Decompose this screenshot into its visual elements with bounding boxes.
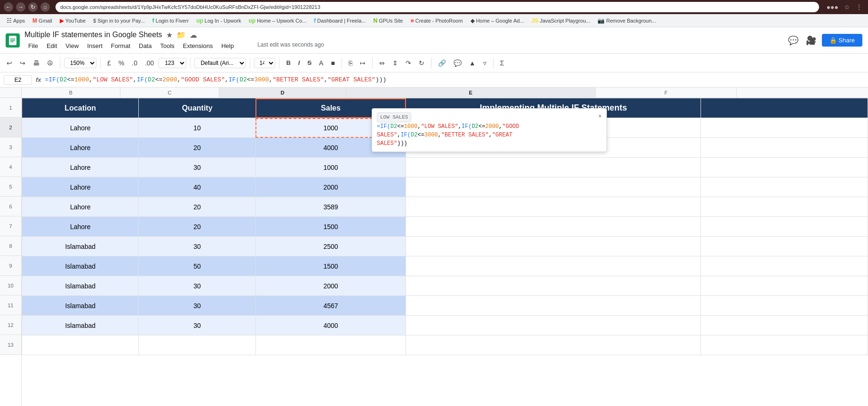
cell-e4[interactable] xyxy=(406,158,701,177)
share-button[interactable]: 🔒 Share xyxy=(822,34,862,47)
row-num-3[interactable]: 3 xyxy=(0,137,21,157)
cell-c12[interactable]: 30 xyxy=(139,316,255,335)
cell-c8[interactable]: 30 xyxy=(139,237,255,256)
row-num-10[interactable]: 10 xyxy=(0,276,21,295)
extensions-button[interactable]: ●●● xyxy=(825,2,840,12)
menu-view[interactable]: View xyxy=(62,41,82,50)
formula-content[interactable]: =IF(D2<=1000,"LOW SALES",IF(D2<=2000,"GO… xyxy=(45,76,864,83)
cell-d5[interactable]: 2000 xyxy=(255,177,406,197)
filter-button[interactable]: ▿ xyxy=(480,57,489,69)
paint-format-button[interactable]: ☮ xyxy=(44,57,56,69)
link-button[interactable]: 🔗 xyxy=(435,57,449,69)
chat-button[interactable]: 💬 xyxy=(786,33,800,48)
row-num-1[interactable]: 1 xyxy=(0,98,21,118)
row-num-11[interactable]: 11 xyxy=(0,295,21,315)
cell-f7[interactable] xyxy=(701,217,868,237)
cell-b13[interactable] xyxy=(22,335,139,355)
highlight-button[interactable]: ■ xyxy=(328,57,337,69)
cell-b8[interactable]: Islamabad xyxy=(22,237,139,256)
cell-reference-box[interactable] xyxy=(4,75,32,85)
cell-f11[interactable] xyxy=(701,296,868,316)
menu-help[interactable]: Help xyxy=(217,41,238,50)
cell-c3[interactable]: 20 xyxy=(139,138,255,158)
cell-b4[interactable]: Lahore xyxy=(22,158,139,177)
document-title[interactable]: Multiple IF statementes in Google Sheets xyxy=(24,31,162,39)
row-num-13[interactable]: 13 xyxy=(0,335,21,355)
bookmark-photoroom[interactable]: ■ Create - PhotoRoom xyxy=(408,16,466,25)
header-location[interactable]: Location xyxy=(22,98,139,118)
percent-button[interactable]: % xyxy=(116,57,127,69)
cell-f3[interactable] xyxy=(701,138,868,158)
cell-d9[interactable]: 1500 xyxy=(255,256,406,276)
italic-button[interactable]: I xyxy=(295,58,303,68)
cell-b12[interactable]: Islamabad xyxy=(22,316,139,335)
cell-b6[interactable]: Lahore xyxy=(22,197,139,217)
star-icon[interactable]: ★ xyxy=(166,31,173,40)
menu-edit[interactable]: Edit xyxy=(43,41,61,50)
col-header-d[interactable]: D xyxy=(219,88,346,97)
bookmark-upwork2[interactable]: up Home – Upwork Co... xyxy=(246,16,310,25)
nav-forward-button[interactable]: → xyxy=(16,2,25,12)
nav-reload-button[interactable]: ↻ xyxy=(28,2,38,12)
col-header-e[interactable]: E xyxy=(346,88,596,97)
cell-c2[interactable]: 10 xyxy=(139,118,255,138)
header-quantity[interactable]: Quantity xyxy=(139,98,255,118)
cell-e9[interactable] xyxy=(406,256,701,276)
cell-f10[interactable] xyxy=(701,276,868,296)
bookmark-upwork1[interactable]: up Log In - Upwork xyxy=(193,16,244,25)
cell-d13[interactable] xyxy=(255,335,406,355)
merge-button[interactable]: ↦ xyxy=(357,57,368,69)
cell-c10[interactable]: 30 xyxy=(139,276,255,296)
cell-e13[interactable] xyxy=(406,335,701,355)
cell-b9[interactable]: Islamabad xyxy=(22,256,139,276)
cloud-icon[interactable]: ☁ xyxy=(190,31,197,40)
col-header-c[interactable]: C xyxy=(120,88,219,97)
decimal-less-button[interactable]: .0 xyxy=(129,57,140,69)
text-rotate-button[interactable]: ↻ xyxy=(416,57,427,69)
cell-f12[interactable] xyxy=(701,316,868,335)
row-num-4[interactable]: 4 xyxy=(0,157,21,177)
cell-b11[interactable]: Islamabad xyxy=(22,296,139,316)
cell-d12[interactable]: 4000 xyxy=(255,316,406,335)
menu-format[interactable]: Format xyxy=(107,41,134,50)
cell-f9[interactable] xyxy=(701,256,868,276)
menu-extensions[interactable]: Extensions xyxy=(179,41,217,50)
cell-c7[interactable]: 20 xyxy=(139,217,255,237)
decimal-more-button[interactable]: .00 xyxy=(142,57,157,69)
bookmark-gpus[interactable]: N GPUs Site xyxy=(370,16,406,25)
bookmark-googleads[interactable]: ◆ Home – Google Ad... xyxy=(468,16,527,25)
format-select[interactable]: 123 xyxy=(159,58,186,68)
redo-button[interactable]: ↪ xyxy=(17,57,28,69)
text-color-button[interactable]: A xyxy=(316,57,326,69)
bookmark-fiverr[interactable]: f Login to Fiverr xyxy=(150,16,191,25)
bookmark-youtube[interactable]: ▶ YouTube xyxy=(57,16,88,25)
bookmark-gmail[interactable]: M Gmail xyxy=(30,16,55,25)
text-wrap-button[interactable]: ↷ xyxy=(403,57,414,69)
cell-e7[interactable] xyxy=(406,217,701,237)
cell-f5[interactable] xyxy=(701,177,868,197)
nav-back-button[interactable]: ← xyxy=(4,2,13,12)
currency-button[interactable]: £ xyxy=(104,57,114,69)
cell-b7[interactable]: Lahore xyxy=(22,217,139,237)
cell-e11[interactable] xyxy=(406,296,701,316)
more-button[interactable]: ⋮ xyxy=(854,2,864,12)
cell-e10[interactable] xyxy=(406,276,701,296)
row-num-2[interactable]: 2 xyxy=(0,118,21,137)
cell-d11[interactable]: 4567 xyxy=(255,296,406,316)
formula-button[interactable]: Σ xyxy=(497,57,507,69)
cell-b10[interactable]: Islamabad xyxy=(22,276,139,296)
cell-c6[interactable]: 20 xyxy=(139,197,255,217)
bookmark-removebg[interactable]: 📷 Remove Backgroun... xyxy=(595,16,659,25)
menu-tools[interactable]: Tools xyxy=(156,41,178,50)
tooltip-close-button[interactable]: × xyxy=(598,112,602,121)
row-num-9[interactable]: 9 xyxy=(0,256,21,276)
row-num-7[interactable]: 7 xyxy=(0,216,21,236)
bookmark-freelancer[interactable]: f Dashboard | Freela... xyxy=(311,16,368,25)
cell-e6[interactable] xyxy=(406,197,701,217)
cell-f2[interactable] xyxy=(701,118,868,138)
undo-button[interactable]: ↩ xyxy=(4,57,15,69)
bold-button[interactable]: B xyxy=(283,58,293,68)
cell-e12[interactable] xyxy=(406,316,701,335)
menu-data[interactable]: Data xyxy=(135,41,155,50)
cell-c9[interactable]: 50 xyxy=(139,256,255,276)
